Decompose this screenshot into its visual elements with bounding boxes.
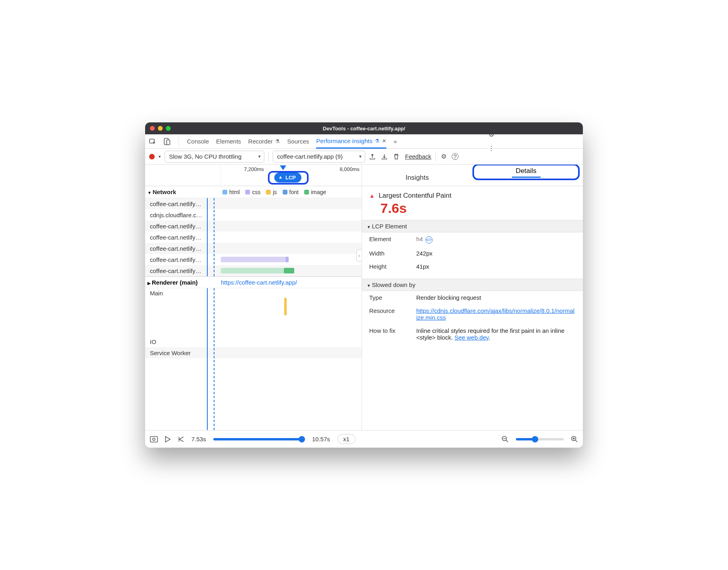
time-ruler[interactable]: 7,200ms 8,000ms LCP <box>221 165 362 186</box>
playhead-line <box>207 198 208 276</box>
device-toggle-icon[interactable] <box>163 138 171 145</box>
jump-start-icon[interactable] <box>178 436 184 442</box>
svg-rect-3 <box>150 436 157 442</box>
screenshot-toggle-icon[interactable] <box>150 436 158 442</box>
renderer-rows: MainIOService Worker <box>145 288 362 430</box>
network-row[interactable]: coffee-cart.netlify… <box>145 220 362 232</box>
zoom-in-icon[interactable] <box>571 436 578 443</box>
titlebar: DevTools - coffee-cart.netlify.app/ <box>145 122 583 134</box>
export-icon[interactable] <box>369 153 377 160</box>
svg-point-4 <box>153 438 155 440</box>
network-row[interactable]: coffee-cart.netlify… <box>145 243 362 254</box>
network-row[interactable]: coffee-cart.netlify… <box>145 265 362 276</box>
tab-details[interactable]: Details <box>472 165 583 186</box>
annotation-highlight: Details <box>472 165 580 180</box>
window-close-icon[interactable] <box>150 126 155 131</box>
legend-chip-js[interactable]: js <box>266 189 277 195</box>
playback-bar: 7.53s 10.57s x1 <box>145 430 583 448</box>
flask-icon: ⚗ <box>375 138 380 144</box>
help-icon[interactable]: ? <box>452 153 458 160</box>
playhead-line <box>207 288 208 430</box>
window-zoom-icon[interactable] <box>166 126 171 131</box>
tab-sources[interactable]: Sources <box>287 138 309 145</box>
window-title: DevTools - coffee-cart.netlify.app/ <box>323 126 405 132</box>
lcp-marker[interactable]: LCP <box>274 173 301 183</box>
lcp-width: 242px <box>416 250 576 257</box>
time-end: 10.57s <box>312 436 330 442</box>
zoom-slider[interactable] <box>516 438 564 440</box>
network-row[interactable]: cdnjs.cloudflare.c… <box>145 209 362 220</box>
lcp-height: 41px <box>416 263 576 270</box>
element-tag: h4 <box>416 236 423 242</box>
tab-console[interactable]: Console <box>187 138 209 145</box>
devtools-window: DevTools - coffee-cart.netlify.app/ Cons… <box>145 122 583 448</box>
renderer-row[interactable]: Service Worker <box>145 347 362 358</box>
network-row[interactable]: coffee-cart.netlify… <box>145 198 362 209</box>
tab-insights[interactable]: Insights <box>362 174 472 186</box>
record-menu-icon[interactable]: ▾ <box>159 154 161 159</box>
main-tab-bar: Console Elements Recorder ⚗ Sources Perf… <box>145 134 583 149</box>
play-icon[interactable] <box>165 436 171 442</box>
lcp-line <box>214 288 214 430</box>
panel-settings-icon[interactable]: ⚙ <box>440 153 448 160</box>
tab-recorder[interactable]: Recorder ⚗ <box>248 138 280 145</box>
details-panel: Insights Details Largest Contentful Pain… <box>362 165 583 430</box>
delete-icon[interactable] <box>393 153 401 160</box>
lcp-element-header[interactable]: LCP Element <box>362 220 583 232</box>
throttling-select[interactable]: Slow 3G, No CPU throttling <box>165 151 264 163</box>
zoom-level[interactable]: x1 <box>337 434 356 444</box>
reveal-element-icon[interactable]: </> <box>425 236 433 244</box>
time-tick: 8,000ms <box>340 166 360 172</box>
playback-slider[interactable] <box>213 438 305 440</box>
metric-name: Largest Contentful Paint <box>369 192 576 200</box>
network-rows: coffee-cart.netlify…cdnjs.cloudflare.c…c… <box>145 198 362 276</box>
lcp-line <box>214 198 214 276</box>
slowed-type: Render blocking request <box>416 294 576 301</box>
feedback-link[interactable]: Feedback <box>405 153 431 160</box>
record-button[interactable] <box>149 154 155 159</box>
import-icon[interactable] <box>381 153 389 160</box>
renderer-row[interactable]: Main <box>145 288 362 336</box>
tab-performance-insights[interactable]: Performance insights ⚗ ✕ <box>316 134 386 149</box>
more-tabs-icon[interactable]: » <box>394 138 397 145</box>
zoom-out-icon[interactable] <box>502 436 509 443</box>
recording-select[interactable]: coffee-cart.netlify.app (9) <box>273 151 365 163</box>
renderer-url[interactable]: https://coffee-cart.netlify.app/ <box>221 279 297 286</box>
close-icon[interactable]: ✕ <box>382 138 386 144</box>
renderer-row[interactable]: IO <box>145 336 362 347</box>
network-row[interactable]: coffee-cart.netlify… <box>145 254 362 265</box>
legend-chip-image[interactable]: image <box>304 189 326 195</box>
time-tick: 7,200ms <box>244 166 264 172</box>
tab-elements[interactable]: Elements <box>216 138 241 145</box>
legend-chip-css[interactable]: css <box>245 189 260 195</box>
legend-chip-html[interactable]: html <box>222 189 240 195</box>
legend-chip-font[interactable]: font <box>283 189 299 195</box>
perf-toolbar: ▾ Slow 3G, No CPU throttling coffee-cart… <box>145 149 583 165</box>
webdev-link[interactable]: See web.dev <box>455 334 489 341</box>
network-row[interactable]: coffee-cart.netlify… <box>145 232 362 243</box>
timeline-panel: › 7,200ms 8,000ms LCP Network htmlcssjsf… <box>145 165 362 430</box>
network-section-toggle[interactable]: Network <box>145 189 221 195</box>
time-start: 7.53s <box>191 436 206 442</box>
inspect-icon[interactable] <box>149 138 156 145</box>
window-minimize-icon[interactable] <box>158 126 163 131</box>
slowed-header[interactable]: Slowed down by <box>362 279 583 291</box>
fix-text: Inline critical styles required for the … <box>416 327 576 341</box>
resource-link[interactable]: https://cdnjs.cloudflare.com/ajax/libs/n… <box>416 307 575 321</box>
flask-icon: ⚗ <box>275 138 280 144</box>
expand-handle[interactable]: › <box>356 250 362 261</box>
renderer-section-toggle[interactable]: Renderer (main) <box>145 279 221 286</box>
svg-rect-2 <box>167 140 170 145</box>
metric-value: 7.6s <box>380 200 576 216</box>
